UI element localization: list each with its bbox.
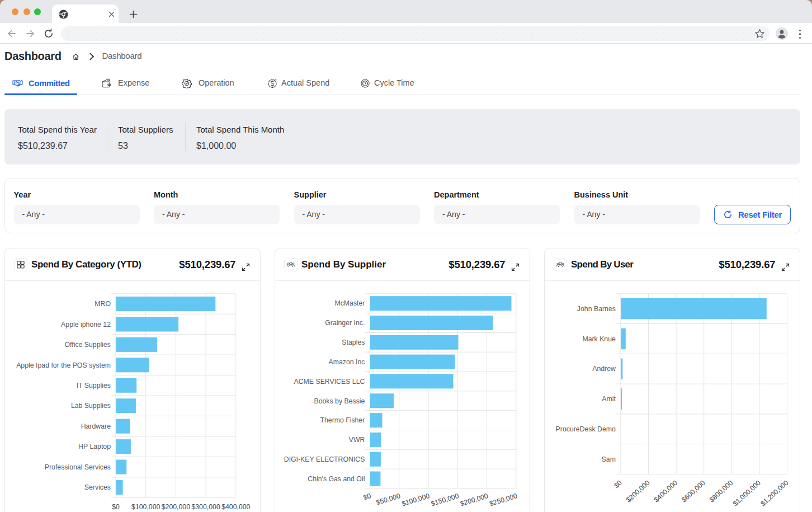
svg-text:$100,000: $100,000: [131, 503, 160, 511]
svg-text:$800,000: $800,000: [708, 479, 735, 504]
svg-text:$100,000: $100,000: [401, 492, 431, 508]
svg-text:Professional Services: Professional Services: [45, 463, 111, 471]
svg-text:$0: $0: [362, 492, 372, 501]
svg-text:VWR: VWR: [349, 436, 365, 444]
svg-text:Sam: Sam: [602, 455, 616, 463]
svg-text:Amazon Inc: Amazon Inc: [328, 358, 365, 366]
svg-text:Lab Supplies: Lab Supplies: [71, 402, 111, 410]
svg-text:$1,200,000: $1,200,000: [759, 479, 790, 508]
svg-text:McMaster: McMaster: [334, 299, 365, 307]
svg-text:Mark Knue: Mark Knue: [582, 335, 616, 343]
svg-text:Thermo Fisher: Thermo Fisher: [320, 416, 365, 424]
svg-text:John Barnes: John Barnes: [577, 305, 616, 313]
svg-text:Grainger Inc.: Grainger Inc.: [325, 319, 365, 327]
svg-text:$50,000: $50,000: [375, 492, 402, 506]
svg-text:Office Supplies: Office Supplies: [65, 341, 111, 349]
svg-text:HP Laptop: HP Laptop: [78, 443, 111, 450]
svg-text:Chin's Gas and Oil: Chin's Gas and Oil: [308, 475, 365, 483]
svg-text:$400,000: $400,000: [221, 503, 250, 511]
svg-text:$200,000: $200,000: [625, 479, 652, 504]
svg-text:$400,000: $400,000: [653, 479, 679, 504]
svg-text:$0: $0: [112, 503, 120, 511]
svg-text:Apple iphone 12: Apple iphone 12: [61, 321, 111, 328]
svg-text:Staples: Staples: [342, 339, 365, 346]
svg-text:$1,000,000: $1,000,000: [731, 479, 762, 508]
svg-text:$200,000: $200,000: [459, 492, 489, 508]
svg-text:MRO: MRO: [95, 300, 111, 308]
svg-text:$250,000: $250,000: [489, 492, 518, 508]
svg-text:Books by Bessie: Books by Bessie: [314, 397, 365, 405]
svg-text:ProcureDesk Demo: ProcureDesk Demo: [556, 425, 616, 433]
svg-text:Services: Services: [84, 483, 111, 491]
svg-text:Hardware: Hardware: [81, 422, 111, 430]
svg-text:Apple Ipad for the POS system: Apple Ipad for the POS system: [16, 361, 111, 369]
svg-text:$300,000: $300,000: [191, 503, 220, 511]
svg-text:$0: $0: [612, 479, 624, 490]
svg-text:IT Supplies: IT Supplies: [77, 382, 111, 389]
svg-text:DIGI-KEY ELECTRONICS: DIGI-KEY ELECTRONICS: [284, 455, 365, 463]
svg-text:$150,000: $150,000: [430, 492, 460, 508]
svg-text:ACME SERVICES LLC: ACME SERVICES LLC: [294, 378, 365, 386]
svg-text:Amit: Amit: [602, 395, 616, 403]
svg-text:Andrew: Andrew: [592, 365, 616, 373]
svg-text:$200,000: $200,000: [162, 503, 190, 511]
svg-text:$600,000: $600,000: [680, 479, 707, 504]
